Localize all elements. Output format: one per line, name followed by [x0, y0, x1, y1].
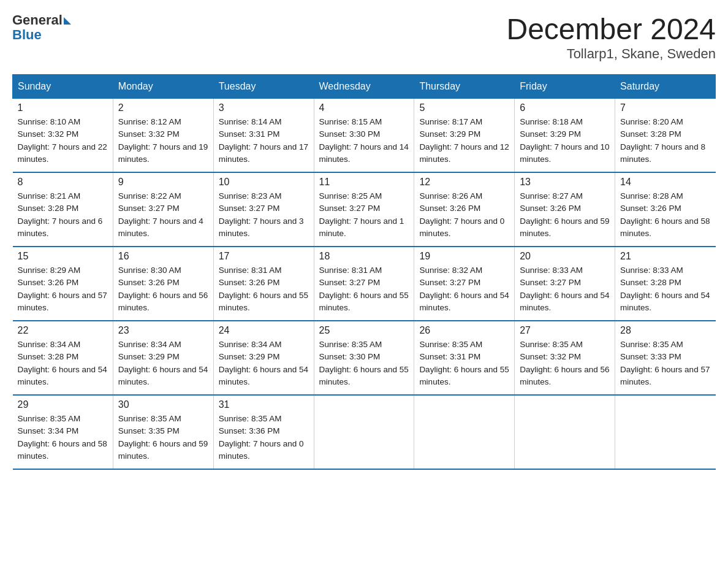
calendar-week-row: 8 Sunrise: 8:21 AMSunset: 3:28 PMDayligh…: [13, 172, 716, 247]
day-info: Sunrise: 8:10 AMSunset: 3:32 PMDaylight:…: [18, 117, 107, 164]
calendar-day-cell: [414, 395, 515, 469]
calendar-week-row: 1 Sunrise: 8:10 AMSunset: 3:32 PMDayligh…: [13, 99, 716, 173]
month-title: December 2024: [506, 12, 716, 46]
calendar-day-cell: 21 Sunrise: 8:33 AMSunset: 3:28 PMDaylig…: [615, 247, 716, 321]
calendar-day-cell: 13 Sunrise: 8:27 AMSunset: 3:26 PMDaylig…: [515, 172, 615, 247]
day-of-week-header: Monday: [113, 75, 213, 99]
day-number: 13: [520, 177, 610, 188]
day-of-week-header: Friday: [515, 75, 615, 99]
day-of-week-header: Wednesday: [314, 75, 414, 99]
day-number: 20: [520, 251, 610, 262]
calendar-day-cell: 17 Sunrise: 8:31 AMSunset: 3:26 PMDaylig…: [213, 247, 314, 321]
day-info: Sunrise: 8:12 AMSunset: 3:32 PMDaylight:…: [118, 117, 208, 164]
calendar-day-cell: 2 Sunrise: 8:12 AMSunset: 3:32 PMDayligh…: [113, 99, 213, 173]
calendar-week-row: 29 Sunrise: 8:35 AMSunset: 3:34 PMDaylig…: [13, 395, 716, 469]
calendar-day-cell: 11 Sunrise: 8:25 AMSunset: 3:27 PMDaylig…: [314, 172, 414, 247]
calendar-day-cell: 14 Sunrise: 8:28 AMSunset: 3:26 PMDaylig…: [615, 172, 716, 247]
day-number: 11: [319, 177, 409, 188]
calendar-day-cell: 19 Sunrise: 8:32 AMSunset: 3:27 PMDaylig…: [414, 247, 515, 321]
day-number: 14: [620, 177, 710, 188]
calendar-day-cell: [615, 395, 716, 469]
day-info: Sunrise: 8:17 AMSunset: 3:29 PMDaylight:…: [419, 117, 509, 164]
day-number: 17: [219, 251, 309, 262]
day-info: Sunrise: 8:33 AMSunset: 3:28 PMDaylight:…: [620, 266, 710, 312]
calendar-day-cell: 6 Sunrise: 8:18 AMSunset: 3:29 PMDayligh…: [515, 99, 615, 173]
day-info: Sunrise: 8:26 AMSunset: 3:26 PMDaylight:…: [419, 191, 504, 238]
day-number: 3: [219, 102, 309, 113]
day-info: Sunrise: 8:35 AMSunset: 3:34 PMDaylight:…: [18, 414, 107, 461]
calendar-day-cell: 10 Sunrise: 8:23 AMSunset: 3:27 PMDaylig…: [213, 172, 314, 247]
day-number: 19: [419, 251, 509, 262]
calendar-day-cell: 28 Sunrise: 8:35 AMSunset: 3:33 PMDaylig…: [615, 321, 716, 395]
day-of-week-header: Saturday: [615, 75, 716, 99]
day-number: 7: [620, 102, 710, 113]
day-info: Sunrise: 8:31 AMSunset: 3:26 PMDaylight:…: [219, 266, 308, 312]
day-info: Sunrise: 8:31 AMSunset: 3:27 PMDaylight:…: [319, 266, 409, 312]
day-number: 21: [620, 251, 710, 262]
calendar-day-cell: [314, 395, 414, 469]
day-info: Sunrise: 8:27 AMSunset: 3:26 PMDaylight:…: [520, 191, 609, 238]
day-info: Sunrise: 8:22 AMSunset: 3:27 PMDaylight:…: [118, 191, 203, 238]
day-number: 12: [419, 177, 509, 188]
day-info: Sunrise: 8:35 AMSunset: 3:35 PMDaylight:…: [118, 414, 208, 461]
day-number: 26: [419, 325, 509, 336]
day-number: 24: [219, 325, 309, 336]
day-number: 2: [118, 102, 208, 113]
day-info: Sunrise: 8:15 AMSunset: 3:30 PMDaylight:…: [319, 117, 409, 164]
day-info: Sunrise: 8:34 AMSunset: 3:29 PMDaylight:…: [118, 340, 208, 386]
day-info: Sunrise: 8:14 AMSunset: 3:31 PMDaylight:…: [219, 117, 308, 164]
calendar-week-row: 22 Sunrise: 8:34 AMSunset: 3:28 PMDaylig…: [13, 321, 716, 395]
day-info: Sunrise: 8:32 AMSunset: 3:27 PMDaylight:…: [419, 266, 509, 312]
day-info: Sunrise: 8:35 AMSunset: 3:30 PMDaylight:…: [319, 340, 409, 386]
calendar-day-cell: 31 Sunrise: 8:35 AMSunset: 3:36 PMDaylig…: [213, 395, 314, 469]
day-number: 18: [319, 251, 409, 262]
day-number: 15: [18, 251, 108, 262]
day-number: 30: [118, 399, 208, 410]
calendar-day-cell: 1 Sunrise: 8:10 AMSunset: 3:32 PMDayligh…: [13, 99, 113, 173]
day-info: Sunrise: 8:23 AMSunset: 3:27 PMDaylight:…: [219, 191, 304, 238]
day-number: 5: [419, 102, 509, 113]
day-number: 31: [219, 399, 309, 410]
logo-blue-text: Blue: [12, 27, 42, 43]
day-number: 4: [319, 102, 409, 113]
logo: General Blue: [12, 12, 71, 43]
day-number: 29: [18, 399, 108, 410]
calendar-header-row: SundayMondayTuesdayWednesdayThursdayFrid…: [13, 75, 716, 99]
day-number: 6: [520, 102, 610, 113]
calendar-day-cell: [515, 395, 615, 469]
day-of-week-header: Tuesday: [213, 75, 314, 99]
calendar-day-cell: 7 Sunrise: 8:20 AMSunset: 3:28 PMDayligh…: [615, 99, 716, 173]
day-of-week-header: Sunday: [13, 75, 113, 99]
day-info: Sunrise: 8:35 AMSunset: 3:36 PMDaylight:…: [219, 414, 304, 461]
page-header: General Blue December 2024 Tollarp1, Ska…: [12, 12, 716, 62]
day-info: Sunrise: 8:20 AMSunset: 3:28 PMDaylight:…: [620, 117, 705, 164]
calendar-day-cell: 15 Sunrise: 8:29 AMSunset: 3:26 PMDaylig…: [13, 247, 113, 321]
day-number: 10: [219, 177, 309, 188]
calendar-day-cell: 18 Sunrise: 8:31 AMSunset: 3:27 PMDaylig…: [314, 247, 414, 321]
calendar-day-cell: 20 Sunrise: 8:33 AMSunset: 3:27 PMDaylig…: [515, 247, 615, 321]
day-info: Sunrise: 8:34 AMSunset: 3:28 PMDaylight:…: [18, 340, 107, 386]
title-section: December 2024 Tollarp1, Skane, Sweden: [506, 12, 716, 62]
calendar-day-cell: 12 Sunrise: 8:26 AMSunset: 3:26 PMDaylig…: [414, 172, 515, 247]
day-number: 22: [18, 325, 108, 336]
calendar-day-cell: 27 Sunrise: 8:35 AMSunset: 3:32 PMDaylig…: [515, 321, 615, 395]
day-info: Sunrise: 8:28 AMSunset: 3:26 PMDaylight:…: [620, 191, 710, 238]
day-number: 25: [319, 325, 409, 336]
day-number: 9: [118, 177, 208, 188]
calendar-day-cell: 9 Sunrise: 8:22 AMSunset: 3:27 PMDayligh…: [113, 172, 213, 247]
day-info: Sunrise: 8:35 AMSunset: 3:31 PMDaylight:…: [419, 340, 509, 386]
day-info: Sunrise: 8:29 AMSunset: 3:26 PMDaylight:…: [18, 266, 107, 312]
day-number: 8: [18, 177, 108, 188]
day-info: Sunrise: 8:18 AMSunset: 3:29 PMDaylight:…: [520, 117, 609, 164]
calendar-day-cell: 25 Sunrise: 8:35 AMSunset: 3:30 PMDaylig…: [314, 321, 414, 395]
calendar-day-cell: 8 Sunrise: 8:21 AMSunset: 3:28 PMDayligh…: [13, 172, 113, 247]
calendar-day-cell: 24 Sunrise: 8:34 AMSunset: 3:29 PMDaylig…: [213, 321, 314, 395]
logo-arrow-icon: [64, 17, 71, 25]
day-info: Sunrise: 8:30 AMSunset: 3:26 PMDaylight:…: [118, 266, 208, 312]
calendar-week-row: 15 Sunrise: 8:29 AMSunset: 3:26 PMDaylig…: [13, 247, 716, 321]
day-number: 28: [620, 325, 710, 336]
day-info: Sunrise: 8:33 AMSunset: 3:27 PMDaylight:…: [520, 266, 609, 312]
calendar-day-cell: 22 Sunrise: 8:34 AMSunset: 3:28 PMDaylig…: [13, 321, 113, 395]
day-info: Sunrise: 8:34 AMSunset: 3:29 PMDaylight:…: [219, 340, 308, 386]
location-title: Tollarp1, Skane, Sweden: [506, 46, 716, 62]
